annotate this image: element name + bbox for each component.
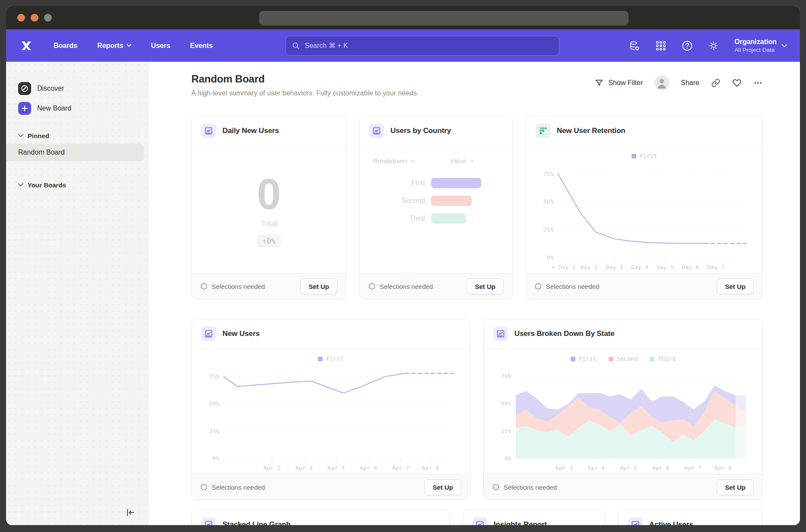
window-zoom-button[interactable] [44,14,52,22]
sidebar-item-label: Random Board [18,149,65,156]
address-bar[interactable] [259,11,628,25]
search-icon [292,42,300,50]
svg-text:Day 6: Day 6 [682,264,699,270]
user-icon [654,76,669,90]
svg-text:25%: 25% [209,428,219,434]
share-button[interactable]: Share [681,79,699,87]
legend-swatch [609,357,613,361]
country-row-bar [431,213,466,224]
svg-text:Day 5: Day 5 [657,264,674,270]
chevron-down-icon [18,183,23,187]
nav-item-label: Boards [54,42,77,50]
svg-text:75%: 75% [501,373,511,380]
card-row-1: Daily New Users 0 Total ↑0% Selections [191,116,763,299]
svg-text:0%: 0% [505,455,511,462]
card-daily-new-users: Daily New Users 0 Total ↑0% Selections [191,116,346,299]
card-header: New Users [192,319,470,349]
sidebar-item-discover[interactable]: Discover [6,79,148,98]
card-new-users: New Users First 75%50%25%0%Apr 3Apr 4Apr [191,319,470,500]
svg-text:50%: 50% [543,198,554,205]
nav-item-boards[interactable]: Boards [54,42,77,50]
country-rows: FirstSecondThird [360,178,512,224]
board-actions: Show Filter Share [594,76,763,90]
retention-chart-body: First 75%50%25%0%< Day 1Day 2Day 3Day 4D… [526,146,762,273]
sidebar-item-new-board[interactable]: New Board [6,99,148,118]
chevron-down-icon [127,44,131,47]
card-footer: Selections needed Set Up [192,273,346,299]
legend-item-first: First [571,355,597,362]
retention-line-chart: 75%50%25%0%< Day 1Day 2Day 3Day 4Day 5Da… [536,161,753,273]
card-insights-report: Insights Report [463,510,605,525]
selections-needed-status: Selections needed [200,283,265,290]
set-up-button[interactable]: Set Up [717,279,754,294]
sidebar-section-pinned[interactable]: Pinned [6,130,148,141]
svg-text:Apr 7: Apr 7 [684,465,701,471]
country-row-label: First [360,179,431,187]
nav-item-events[interactable]: Events [190,42,213,50]
legend-item-first: First [318,355,344,362]
card-title: Stacked Line Graph [222,520,291,525]
window-close-button[interactable] [17,14,25,22]
org-project: All Project Data [734,47,777,54]
sidebar-item-label: Discover [37,85,64,92]
by-state-chart-body: First Second Third [484,349,762,474]
empty-circle-icon [535,283,542,290]
window-minimize-button[interactable] [31,14,38,22]
kpi-body: 0 Total ↑0% [192,146,346,273]
sidebar: Discover New Board Pinned Random Board [6,62,149,525]
more-options-icon[interactable] [753,78,763,88]
org-switcher[interactable]: Organization All Project Data [734,38,787,54]
nav-item-label: Events [190,42,213,50]
sidebar-section-your-boards[interactable]: Your Boards [6,179,148,190]
nav-item-reports[interactable]: Reports [97,42,131,50]
board-header: Random Board A high-level summary of use… [191,73,763,97]
svg-text:50%: 50% [501,400,511,407]
status-label: Selections needed [504,484,557,491]
card-active-users: Active Users [618,510,763,525]
card-title: Daily New Users [222,127,279,135]
kpi-label: Total [260,219,277,228]
country-row-label: Second [360,197,431,205]
svg-text:< Day 1: < Day 1 [552,264,576,270]
line-chart-icon [628,517,643,525]
svg-text:75%: 75% [209,373,219,380]
sidebar-item-random-board[interactable]: Random Board [6,144,144,161]
settings-gear-icon[interactable] [708,40,719,51]
set-up-button[interactable]: Set Up [300,279,337,294]
svg-text:Day 4: Day 4 [631,264,648,270]
apps-grid-icon[interactable] [655,40,666,51]
breakdown-dropdown[interactable]: Breakdown [373,157,415,165]
status-label: Selections needed [212,283,265,290]
favorite-heart-icon[interactable] [732,78,742,88]
show-filter-button[interactable]: Show Filter [594,78,643,88]
svg-text:Apr 7: Apr 7 [392,465,409,471]
help-icon[interactable] [682,40,693,51]
svg-text:Apr 8: Apr 8 [422,465,439,471]
chart-legend: First [536,151,753,161]
country-row-label: Third [360,215,431,222]
set-up-button[interactable]: Set Up [424,479,461,495]
nav-item-users[interactable]: Users [151,42,170,50]
set-up-button[interactable]: Set Up [466,279,504,294]
svg-text:Apr 8: Apr 8 [714,465,732,471]
mixpanel-logo-icon[interactable] [19,38,34,53]
avatar[interactable] [654,76,669,90]
kpi-delta-badge: ↑0% [257,234,281,247]
svg-text:0%: 0% [213,455,219,462]
card-row-3: Stacked Line Graph Insights Report [191,510,763,525]
country-row: First [360,178,512,188]
legend-swatch [318,357,323,361]
card-header: New User Retention [526,116,762,146]
desktop-background: Boards Reports Users Events [0,0,806,532]
copy-link-icon[interactable] [711,78,720,88]
set-up-button[interactable]: Set Up [717,479,754,495]
collapse-sidebar-icon[interactable] [125,507,136,518]
search-input[interactable] [304,41,553,50]
filter-funnel-icon [594,78,604,88]
global-search[interactable] [286,36,559,56]
chart-legend: First Second Third [493,354,753,364]
data-management-icon[interactable] [629,40,640,51]
primary-nav: Boards Reports Users Events [54,42,213,50]
country-columns: Breakdown Value [360,157,512,165]
value-dropdown[interactable]: Value [450,157,475,165]
